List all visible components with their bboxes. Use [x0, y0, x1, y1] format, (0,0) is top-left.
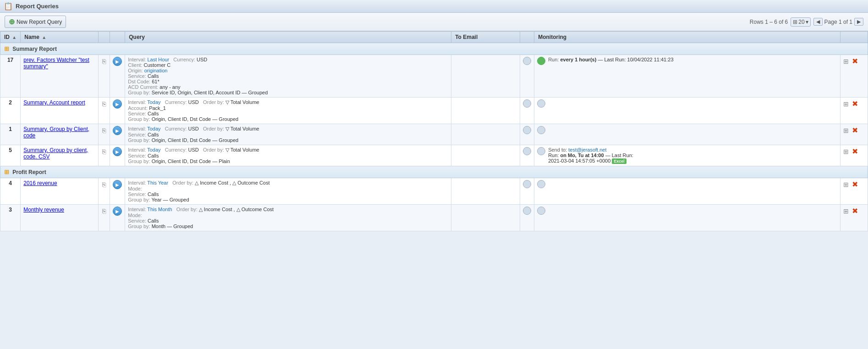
sort-arrow-id: ▲	[12, 35, 16, 40]
main-table: ID ▲ Name ▲ Query To Email Monitoring	[0, 31, 868, 231]
col-header-name[interactable]: Name ▲	[21, 32, 99, 43]
row-name-cell: Monthly revenue	[21, 205, 99, 231]
play-button[interactable]: ▶	[113, 207, 122, 216]
delete-icon[interactable]: ✖	[852, 207, 858, 215]
col-header-id[interactable]: ID ▲	[0, 32, 21, 43]
row-name-link[interactable]: Monthly revenue	[23, 207, 64, 213]
play-cell: ▶	[110, 178, 125, 205]
query-data-cell: Interval: Today Currency: USD Order by: …	[125, 124, 451, 145]
email-toggle[interactable]	[523, 99, 531, 108]
play-button[interactable]: ▶	[113, 126, 122, 135]
prev-page-button[interactable]: ◀	[813, 18, 823, 26]
row-id-cell: 5	[0, 145, 21, 166]
copy-icon: ⎘	[102, 58, 106, 65]
delete-icon[interactable]: ✖	[852, 126, 858, 134]
delete-icon[interactable]: ✖	[852, 180, 858, 188]
delete-icon[interactable]: ✖	[852, 147, 858, 155]
columns-icon[interactable]: ⊞	[843, 58, 849, 65]
monitoring-status-indicator[interactable]	[537, 180, 545, 188]
email-cell	[451, 145, 520, 166]
row-id-cell: 2	[0, 98, 21, 124]
table-body: ⊞ Summary Report 17 prev. Factors Watche…	[0, 43, 868, 231]
copy-button[interactable]: ⎘	[101, 207, 107, 216]
copy-button[interactable]: ⎘	[101, 99, 107, 109]
email-cell	[451, 178, 520, 205]
col-header-email-btn	[520, 32, 534, 43]
row-name-link[interactable]: 2016 revenue	[23, 180, 57, 186]
copy-icon: ⎘	[102, 207, 106, 215]
query-cell: Interval: This Month Order by: △ Income …	[128, 207, 448, 229]
copy-cell: ⎘	[99, 145, 110, 166]
copy-icon: ⎘	[102, 100, 106, 108]
play-button[interactable]: ▶	[113, 147, 122, 156]
play-cell: ▶	[110, 205, 125, 231]
row-id-cell: 3	[0, 205, 21, 231]
group-icon: ⊞	[4, 45, 9, 52]
title-bar: 📋 Report Queries	[0, 0, 868, 13]
columns-icon[interactable]: ⊞	[843, 148, 849, 155]
play-button[interactable]: ▶	[113, 57, 122, 66]
copy-button[interactable]: ⎘	[101, 180, 107, 189]
rows-per-page-select[interactable]: ⊞ 20 ▾	[791, 17, 810, 27]
group-name: Summary Report	[12, 46, 57, 52]
col-header-email: To Email	[451, 32, 520, 43]
columns-icon[interactable]: ⊞	[843, 100, 849, 108]
email-cell	[451, 124, 520, 145]
actions-cell: ⊞ ✖	[841, 178, 868, 205]
email-toggle[interactable]	[523, 207, 531, 215]
monitoring-status-indicator[interactable]	[537, 207, 545, 215]
group-header-cell: ⊞ Profit Report	[0, 166, 868, 178]
query-data-cell: Interval: This Month Order by: △ Income …	[125, 205, 451, 231]
query-data-cell: Interval: Today Currency: USD Order by: …	[125, 98, 451, 124]
email-cell	[451, 98, 520, 124]
email-toggle[interactable]	[523, 147, 531, 155]
table-row: 5 Summary. Group by client, code. CSV ⎘ …	[0, 145, 868, 166]
monitoring-status-indicator[interactable]	[537, 99, 545, 108]
group-icon: ⊞	[4, 169, 9, 175]
delete-icon[interactable]: ✖	[852, 57, 858, 65]
delete-icon[interactable]: ✖	[852, 100, 858, 108]
new-report-button[interactable]: ⊕ New Report Query	[5, 16, 66, 28]
rows-info: Rows 1 – 6 of 6	[750, 19, 788, 25]
row-name-link[interactable]: Summary. Group by client, code. CSV	[23, 147, 88, 160]
row-name-link[interactable]: Summary. Account report	[23, 99, 85, 106]
col-header-query: Query	[125, 32, 451, 43]
page-info: Page 1 of 1	[824, 19, 852, 25]
query-data-cell: Interval: Last Hour Currency: USDClient:…	[125, 55, 451, 98]
row-name-link[interactable]: Summary. Group by Client, code	[23, 126, 89, 139]
email-toggle[interactable]	[523, 126, 531, 134]
query-cell: Interval: Today Currency: USD Order by: …	[128, 147, 448, 164]
col-header-copy	[99, 32, 110, 43]
copy-button[interactable]: ⎘	[101, 57, 107, 66]
monitoring-status-indicator[interactable]	[537, 147, 545, 155]
row-name-link[interactable]: prev. Factors Watcher "test summary"	[23, 57, 89, 70]
grid-icon: ⊞	[793, 19, 797, 25]
copy-button[interactable]: ⎘	[101, 147, 107, 156]
monitoring-cell	[534, 98, 841, 124]
row-id-cell: 4	[0, 178, 21, 205]
copy-button[interactable]: ⎘	[101, 126, 107, 135]
page-title: Report Queries	[16, 3, 59, 10]
columns-icon[interactable]: ⊞	[843, 127, 849, 134]
row-name-cell: 2016 revenue	[21, 178, 99, 205]
group-name: Profit Report	[12, 169, 46, 175]
next-page-button[interactable]: ▶	[854, 18, 863, 26]
monitoring-status-indicator[interactable]	[537, 126, 545, 134]
email-toggle[interactable]	[523, 180, 531, 188]
monitoring-status-indicator[interactable]	[537, 57, 545, 65]
monitoring-text: Send to: test@jerasoft.net Run: on Mo, T…	[548, 147, 633, 164]
play-button[interactable]: ▶	[113, 180, 122, 189]
play-button[interactable]: ▶	[113, 99, 122, 109]
copy-cell: ⎘	[99, 98, 110, 124]
columns-icon[interactable]: ⊞	[843, 207, 849, 215]
email-btn-cell	[520, 145, 534, 166]
new-report-label: New Report Query	[16, 19, 62, 25]
row-name-cell: Summary. Account report	[21, 98, 99, 124]
actions-cell: ⊞ ✖	[841, 145, 868, 166]
table-row: 3 Monthly revenue ⎘ ▶ Interval: This Mon…	[0, 205, 868, 231]
email-toggle[interactable]	[523, 57, 531, 65]
page-container: 📋 Report Queries ⊕ New Report Query Rows…	[0, 0, 868, 349]
query-cell: Interval: Today Currency: USD Order by: …	[128, 99, 448, 122]
columns-icon[interactable]: ⊞	[843, 181, 849, 188]
sort-arrow-name: ▲	[42, 35, 46, 40]
